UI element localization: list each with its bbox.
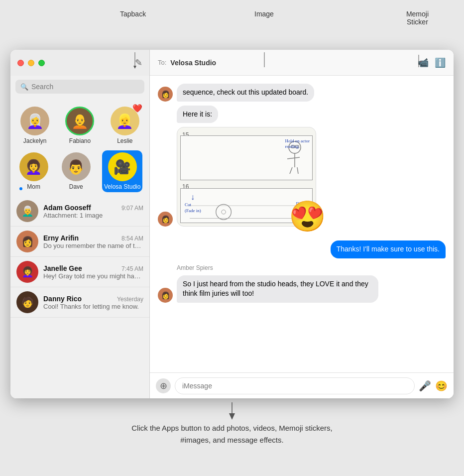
pinned-contact-mom[interactable]: 👩‍🦱 Mom [17,150,50,192]
conv-preview-janelle: Hey! Gray told me you might have some go… [43,272,143,280]
conv-preview-erny: Do you remember the name of that guy fro… [43,242,143,249]
to-label: To: [158,59,166,66]
conv-item-erny[interactable]: 👩 Erny Arifin 8:54 AM Do you remember th… [10,227,149,257]
conv-item-danny[interactable]: 🧑 Danny Rico Yesterday Cool! Thanks for … [10,287,149,318]
video-call-button[interactable]: 📹 [418,57,429,68]
conv-name-adam: Adam Gooseff [43,204,91,212]
conv-time-danny: Yesterday [117,296,143,303]
search-input[interactable] [31,83,139,91]
annotation-image: Image [254,10,274,18]
conv-preview-adam: Attachment: 1 image [43,212,143,219]
msg-row-sent: Thanks! I'll make sure to use this. [158,240,446,258]
sender-avatar: 👩 [158,87,173,102]
svg-line-7 [297,167,298,174]
titlebar-actions: 📹 ℹ️ [418,57,446,68]
svg-marker-15 [229,413,235,420]
messages-area: 👩 sequence, check out this updated board… [150,76,454,372]
app-window: ✎ 🔍 👩‍🦳 Jackelyn 🧑‍🦲 F [10,50,454,398]
bottom-annotation-text: Click the Apps button to add photos, vid… [127,422,337,446]
sketch-annotation-2: Cut(Fade in) [185,202,201,214]
apps-icon: ⊕ [160,380,167,391]
msg-row-image: 👩 15 [158,127,446,227]
close-button[interactable] [17,60,24,66]
svg-line-6 [290,167,292,174]
pinned-contact-fabiano[interactable]: 🧑‍🦲 Fabiano [63,105,96,146]
amber-avatar: 👩 [158,288,173,303]
chat-pane: To: Velosa Studio 📹 ℹ️ 👩 sequence, check… [150,50,454,398]
pinned-contact-jackelyn[interactable]: 👩‍🦳 Jackelyn [18,105,51,146]
bottom-arrow [182,402,282,422]
sidebar: ✎ 🔍 👩‍🦳 Jackelyn 🧑‍🦲 F [10,50,150,398]
pinned-contact-dave[interactable]: 👨 Dave [60,150,93,192]
chat-recipient: Velosa Studio [170,59,216,67]
apps-button[interactable]: ⊕ [156,378,171,393]
sketch-arrow: ↓ [191,193,195,202]
pinned-contacts-section: 👩‍🦳 Jackelyn 🧑‍🦲 Fabiano 👱‍♀️ ❤️ Leslie [10,98,149,196]
pinned-name-dave: Dave [69,183,83,190]
info-button[interactable]: ℹ️ [435,57,446,68]
chat-titlebar: To: Velosa Studio 📹 ℹ️ [150,50,454,76]
msg-row-amber: 👩 So I just heard from the studio heads,… [158,275,446,303]
pinned-name-fabiano: Fabiano [69,137,91,144]
conv-name-erny: Erny Arifin [43,234,79,242]
conv-name-danny: Danny Rico [43,295,82,303]
emoji-button[interactable]: 😊 [435,380,448,392]
memoji-sticker: 😍 [289,199,326,234]
pinned-row-1: 👩‍🦳 Jackelyn 🧑‍🦲 Fabiano 👱‍♀️ ❤️ Leslie [12,103,147,148]
msg-bubble-sent: Thanks! I'll make sure to use this. [331,240,446,258]
conv-time-adam: 9:07 AM [121,205,143,212]
emoji-icon: 😊 [435,380,448,391]
conv-name-janelle: Janelle Gee [43,264,82,272]
compose-button[interactable]: ✎ [135,57,142,68]
conv-time-janelle: 7:45 AM [121,265,143,272]
message-input[interactable] [175,377,415,394]
heart-badge: ❤️ [132,104,142,113]
search-icon: 🔍 [20,83,28,91]
pinned-row-2: 👩‍🦱 Mom 👨 Dave 🎥 Velosa Studio [12,148,147,194]
msg-row-hereit: Here it is: [158,106,446,123]
conv-item-adam[interactable]: 👨‍🦳 Adam Gooseff 9:07 AM Attachment: 1 i… [10,196,149,227]
svg-point-11 [216,205,232,220]
audio-icon: 🎤 [419,380,431,391]
sender-label: Amber Spiers [158,264,446,271]
unread-dot-mom [18,186,23,191]
conversation-list: 👨‍🦳 Adam Gooseff 9:07 AM Attachment: 1 i… [10,196,149,398]
svg-point-12 [222,210,226,215]
pinned-contact-leslie[interactable]: 👱‍♀️ ❤️ Leslie [109,105,141,146]
annotation-memoji-sticker: Memoji Sticker [406,10,429,26]
msg-row-sequence: 👩 sequence, check out this updated board… [158,84,446,102]
audio-button[interactable]: 🎤 [419,380,431,392]
pinned-name-velosa: Velosa Studio [104,183,140,190]
pinned-name-mom: Mom [27,183,40,190]
conv-time-erny: 8:54 AM [121,235,143,242]
annotation-tapback: Tapback [120,10,146,18]
sketch-annotation-1: Hold on actorreading. [285,138,310,149]
conv-preview-danny: Cool! Thanks for letting me know. [43,303,143,310]
msg-bubble-hereit: Here it is: [177,106,218,123]
pinned-name-jackelyn: Jackelyn [23,137,47,144]
pinned-contact-velosa[interactable]: 🎥 Velosa Studio [102,150,142,192]
image-container: 15 [177,127,316,227]
sidebar-titlebar: ✎ [10,50,149,76]
msg-bubble-amber: So I just heard from the studio heads, t… [177,275,378,303]
image-sender-avatar: 👩 [158,212,173,227]
conv-item-janelle[interactable]: 👩‍🦱 Janelle Gee 7:45 AM Hey! Gray told m… [10,257,149,287]
input-area: ⊕ 🎤 😊 [150,372,454,398]
search-bar: 🔍 [15,80,144,94]
msg-bubble-sequence: sequence, check out this updated board. [177,84,314,102]
svg-line-5 [287,157,300,159]
pinned-name-leslie: Leslie [117,137,132,144]
maximize-button[interactable] [38,60,45,66]
minimize-button[interactable] [28,60,34,66]
